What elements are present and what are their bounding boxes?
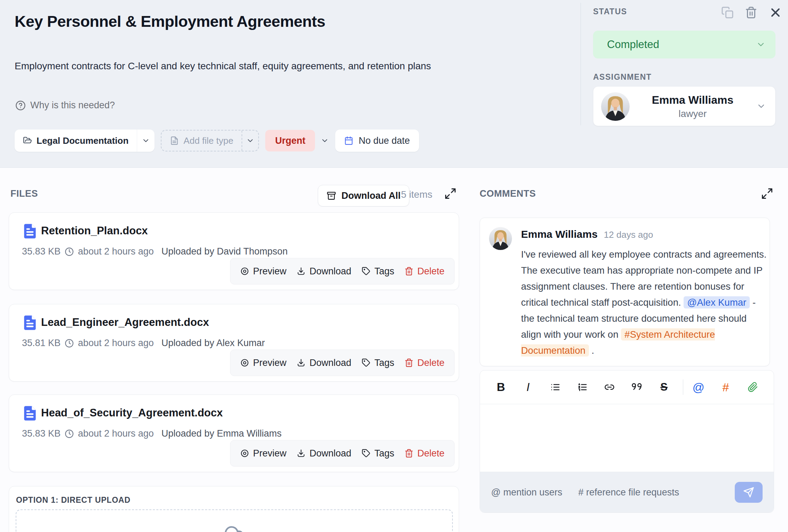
delete-label: Delete [417, 358, 444, 368]
editor-footer: @ mention users # reference file request… [480, 472, 774, 513]
preview-icon [240, 449, 249, 458]
tag-icon [362, 267, 371, 276]
download-label: Download [309, 266, 351, 277]
strikethrough-button[interactable]: S [656, 377, 672, 398]
preview-button[interactable]: Preview [240, 266, 286, 277]
comment-timestamp: 12 days ago [604, 229, 653, 240]
why-needed-label: Why is this needed? [30, 100, 115, 111]
tags-label: Tags [375, 358, 394, 368]
question-circle-icon [15, 100, 26, 111]
link-button[interactable] [601, 377, 618, 398]
tags-button[interactable]: Tags [362, 448, 394, 459]
upload-option-label: OPTION 1: DIRECT UPLOAD [16, 495, 131, 505]
priority-badge[interactable]: Urgent [265, 130, 315, 151]
download-icon [297, 358, 306, 367]
upload-card: OPTION 1: DIRECT UPLOAD [9, 486, 459, 532]
bullet-list-button[interactable] [547, 377, 564, 398]
preview-icon [240, 267, 249, 276]
why-needed-link[interactable]: Why is this needed? [15, 100, 115, 111]
mention-button[interactable]: @ [690, 377, 707, 398]
delete-button[interactable]: Delete [404, 448, 444, 459]
comment-input[interactable] [480, 405, 774, 472]
tag-row: Legal Documentation Add file type Urgent [15, 129, 419, 152]
paperclip-icon [748, 382, 758, 392]
file-time: about 2 hours ago [78, 246, 154, 257]
download-button[interactable]: Download [297, 266, 351, 277]
file-type-select[interactable]: Add file type [161, 130, 259, 151]
delete-request-button[interactable] [745, 6, 757, 19]
document-icon [21, 404, 39, 423]
download-button[interactable]: Download [297, 358, 351, 368]
comments-expand-button[interactable] [761, 187, 773, 200]
file-size: 35.83 KB [22, 428, 61, 439]
file-name: Head_of_Security_Agreement.docx [41, 407, 223, 419]
files-expand-button[interactable] [444, 187, 457, 200]
preview-button[interactable]: Preview [240, 358, 286, 368]
quote-button[interactable] [629, 377, 645, 398]
due-date-label: No due date [358, 135, 410, 146]
assignee-select[interactable]: Emma Williams lawyer [593, 86, 775, 126]
chevron-down-icon[interactable] [242, 136, 258, 145]
tags-button[interactable]: Tags [362, 358, 394, 368]
close-button[interactable] [769, 6, 782, 19]
comment-editor: B I S @ # @ mention users # reference fi… [480, 370, 774, 513]
file-uploader: Uploaded by Alex Kumar [161, 338, 265, 349]
download-button[interactable]: Download [297, 448, 351, 459]
tag-icon [362, 449, 371, 458]
comments-section-label: COMMENTS [480, 188, 536, 199]
tags-button[interactable]: Tags [362, 266, 394, 277]
delete-label: Delete [417, 448, 444, 459]
clock-icon [65, 339, 74, 348]
chevron-down-icon [756, 101, 766, 111]
file-meta: 35.83 KB about 2 hours ago Uploaded by D… [22, 246, 288, 257]
due-date-button[interactable]: No due date [335, 130, 419, 152]
link-icon [604, 382, 615, 392]
files-section-label: FILES [10, 188, 38, 199]
expand-icon [444, 187, 457, 200]
attach-button[interactable] [744, 377, 761, 398]
file-name: Lead_Engineer_Agreement.docx [41, 316, 209, 329]
send-comment-button[interactable] [735, 482, 763, 503]
file-size: 35.81 KB [22, 338, 61, 349]
preview-label: Preview [253, 448, 286, 459]
comment-header: Emma Williams 12 days ago [521, 228, 653, 240]
page-title: Key Personnel & Employment Agreements [15, 13, 325, 31]
file-actions: Preview Download Tags Delete [230, 350, 455, 376]
bold-button[interactable]: B [492, 377, 509, 398]
send-icon [743, 487, 754, 498]
file-request-detail-page: Key Personnel & Employment Agreements Em… [0, 0, 788, 532]
file-icon [170, 136, 179, 145]
italic-button[interactable]: I [520, 377, 536, 398]
comment-author: Emma Williams [521, 228, 598, 240]
category-label: Legal Documentation [37, 135, 128, 146]
download-label: Download [309, 358, 351, 368]
assignee-avatar [601, 92, 630, 121]
upload-dropzone[interactable] [16, 509, 453, 532]
preview-label: Preview [253, 358, 286, 368]
trash-icon [745, 6, 757, 19]
delete-button[interactable]: Delete [404, 266, 444, 277]
reference-button[interactable]: # [717, 377, 734, 398]
download-all-button[interactable]: Download All [318, 185, 409, 206]
toolbar-divider [683, 380, 683, 395]
assignee-info: Emma Williams lawyer [635, 92, 750, 120]
bold-icon: B [497, 381, 505, 394]
duplicate-button[interactable] [721, 6, 734, 19]
delete-label: Delete [417, 266, 444, 277]
files-count: 5 items [401, 189, 432, 200]
category-select[interactable]: Legal Documentation [15, 130, 155, 152]
file-meta: 35.81 KB about 2 hours ago Uploaded by A… [22, 338, 265, 349]
panel-divider [581, 3, 581, 125]
document-icon [21, 222, 39, 241]
assignment-section-label: ASSIGNMENT [593, 72, 652, 82]
chevron-down-icon[interactable] [137, 136, 155, 145]
status-select[interactable]: Completed [593, 31, 775, 58]
numbered-list-icon [577, 382, 588, 392]
copy-icon [721, 6, 734, 19]
delete-button[interactable]: Delete [404, 358, 444, 368]
priority-chevron-down-icon[interactable] [321, 136, 329, 145]
comment-body: I've reviewed all key employee contracts… [521, 247, 769, 359]
user-mention-chip[interactable]: @Alex Kumar [684, 296, 750, 308]
preview-button[interactable]: Preview [240, 448, 286, 459]
numbered-list-button[interactable] [574, 377, 591, 398]
